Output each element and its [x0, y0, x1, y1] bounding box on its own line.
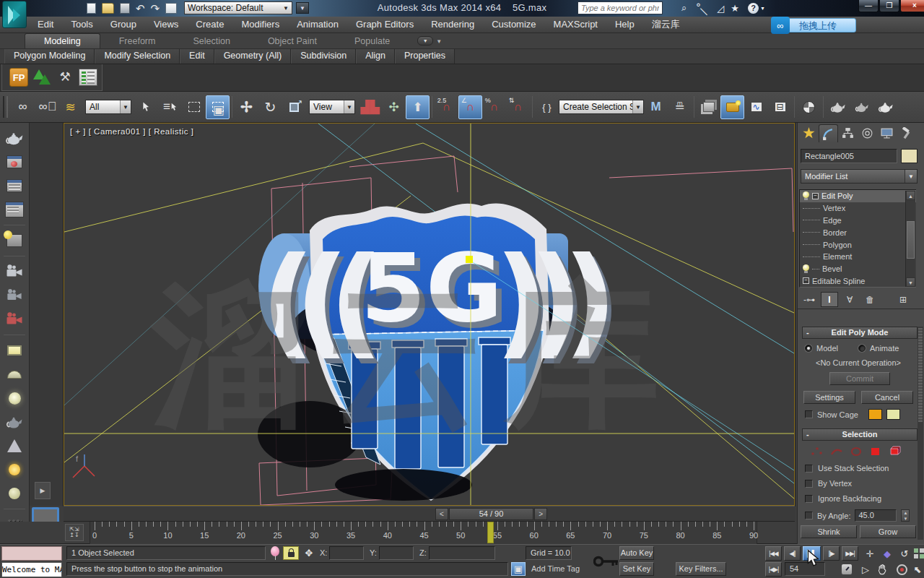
- menu-tools[interactable]: Tools: [62, 17, 101, 33]
- graphite-ribbon-toggle-icon[interactable]: [720, 95, 744, 119]
- spinner-snap-toggle-icon[interactable]: ⇅∩: [506, 95, 530, 119]
- vertex-subobject-icon[interactable]: [811, 446, 824, 457]
- sunlight-icon[interactable]: [4, 459, 25, 480]
- stack-item-border[interactable]: Border: [800, 226, 916, 238]
- motion-tab-icon[interactable]: [858, 124, 877, 142]
- workspace-dropdown[interactable]: Workspace: Default ▼: [184, 1, 292, 14]
- time-slider-handle[interactable]: 54 / 90: [449, 508, 533, 520]
- selection-lock-toggle[interactable]: [283, 546, 299, 560]
- shrink-button[interactable]: Shrink: [801, 525, 857, 538]
- maximize-viewport-toggle-icon[interactable]: [911, 546, 924, 561]
- make-unique-icon[interactable]: ∀: [841, 292, 858, 307]
- collapse-icon[interactable]: −: [803, 277, 809, 284]
- tab-modeling[interactable]: Modeling: [25, 33, 100, 48]
- pin-stack-icon[interactable]: -⊶: [801, 292, 818, 307]
- favorites-star-icon[interactable]: ★: [731, 3, 739, 14]
- by-angle-field[interactable]: 45.0: [855, 509, 897, 522]
- viewport-label[interactable]: [ + ] [ Camera001 ] [ Realistic ]: [70, 127, 194, 136]
- next-frame-icon[interactable]: ||▶: [823, 546, 840, 561]
- tools-plugin-icon[interactable]: ⚒: [56, 68, 74, 87]
- z-coordinate-field[interactable]: [429, 546, 495, 560]
- close-button[interactable]: ×: [900, 0, 924, 12]
- render-teapot-icon[interactable]: [4, 127, 25, 149]
- panel-align[interactable]: Align: [356, 49, 395, 64]
- time-slider[interactable]: < 54 / 90 >: [435, 508, 547, 520]
- previous-frame-icon[interactable]: ◀||: [784, 546, 801, 561]
- environment-dialog-icon[interactable]: [4, 230, 25, 251]
- toolbar-grip[interactable]: [3, 96, 8, 118]
- time-configuration-icon[interactable]: [839, 562, 855, 577]
- search-box[interactable]: [578, 1, 663, 14]
- select-by-name-icon[interactable]: ≡: [158, 95, 182, 119]
- select-and-rotate-icon[interactable]: ↻: [258, 95, 282, 119]
- collapse-icon[interactable]: −: [812, 193, 819, 199]
- zoom-region-icon[interactable]: ✛: [862, 546, 878, 561]
- layer-manager-icon[interactable]: [697, 95, 720, 119]
- remove-modifier-icon[interactable]: 🗑︎: [861, 292, 879, 307]
- dome-light-icon[interactable]: [4, 363, 25, 385]
- current-frame-marker[interactable]: [487, 522, 494, 543]
- snaps-toggle-icon[interactable]: 2.5∩: [435, 95, 458, 119]
- stack-item-element[interactable]: Element: [800, 251, 916, 263]
- cage-color-swatch[interactable]: [868, 409, 882, 420]
- mini-curve-editor-button[interactable]: ⇱⇲↥↧: [65, 524, 84, 541]
- scroll-down-icon[interactable]: ▼: [906, 277, 915, 287]
- panel-geometry-all[interactable]: Geometry (All): [214, 49, 292, 64]
- menu-create[interactable]: Create: [187, 17, 232, 33]
- grow-button[interactable]: Grow: [860, 525, 916, 538]
- edit-named-selection-sets-icon[interactable]: { }: [535, 95, 559, 119]
- auto-key-button[interactable]: Auto Key: [619, 546, 654, 560]
- select-and-move-icon[interactable]: ✢: [235, 95, 258, 119]
- pan-hand-icon[interactable]: [875, 562, 891, 577]
- time-slider-track[interactable]: < 54 / 90 >: [64, 506, 795, 522]
- chevron-down-icon[interactable]: ▼: [436, 38, 442, 45]
- configure-modifier-sets-icon[interactable]: ⊞: [894, 292, 912, 307]
- timeline-ruler[interactable]: 051015202530354045505560657075808590: [90, 522, 757, 544]
- by-vertex-checkbox[interactable]: [805, 480, 813, 488]
- display-tab-icon[interactable]: [877, 124, 897, 142]
- maximize-viewport-icon[interactable]: ⬉: [910, 562, 924, 577]
- render-production-icon[interactable]: [873, 95, 897, 119]
- zoom-extents-icon[interactable]: ▷: [858, 562, 873, 577]
- help-button[interactable]: ? ▼: [748, 1, 770, 14]
- curve-editor-icon[interactable]: ∿: [744, 95, 768, 119]
- modifier-list-dropdown[interactable]: Modifier List ▼: [801, 169, 918, 184]
- rendered-frame-window-icon[interactable]: [850, 95, 873, 119]
- ignore-backfacing-checkbox[interactable]: [805, 495, 813, 503]
- settings-button[interactable]: Settings: [803, 391, 855, 404]
- tab-selection[interactable]: Selection: [174, 34, 248, 48]
- camera-dome-icon[interactable]: [4, 285, 25, 306]
- tab-populate[interactable]: Populate: [336, 34, 409, 48]
- x-coordinate-field[interactable]: [329, 546, 364, 560]
- angle-snap-toggle-icon[interactable]: ∠∩: [458, 95, 482, 119]
- orbit-icon[interactable]: ↺: [897, 546, 912, 561]
- redo-icon[interactable]: ↷: [151, 3, 160, 14]
- by-angle-checkbox[interactable]: [805, 512, 813, 519]
- time-tag-icon[interactable]: ▣: [511, 562, 526, 576]
- scroll-thumb[interactable]: [907, 221, 915, 259]
- wire-teapot-icon[interactable]: [4, 411, 25, 433]
- panel-modify-selection[interactable]: Modify Selection: [95, 49, 180, 64]
- render-setup-icon[interactable]: [826, 95, 850, 119]
- stack-item-polygon[interactable]: Polygon: [800, 238, 916, 251]
- y-coordinate-field[interactable]: [379, 546, 414, 560]
- keyboard-shortcut-override-icon[interactable]: ⬆: [406, 95, 430, 119]
- modifier-enabled-icon[interactable]: [803, 264, 809, 273]
- key-mode-toggle-icon[interactable]: |◀▶|: [765, 562, 782, 577]
- cancel-button[interactable]: Cancel: [861, 391, 913, 404]
- set-key-button[interactable]: Set Key: [619, 562, 654, 576]
- animate-radio[interactable]: [858, 345, 866, 352]
- render-setup-dialog-icon[interactable]: [4, 175, 25, 197]
- material-editor-icon[interactable]: [797, 95, 821, 119]
- percent-snap-toggle-icon[interactable]: %∩: [482, 95, 506, 119]
- tab-object-paint[interactable]: Object Paint: [249, 34, 336, 48]
- create-tab-icon[interactable]: [799, 124, 819, 142]
- stack-item-bevel[interactable]: Bevel: [800, 263, 916, 275]
- project-folder-icon[interactable]: [165, 3, 177, 14]
- field-of-view-icon[interactable]: ◆: [879, 546, 895, 561]
- panel-polygon-modeling[interactable]: Polygon Modeling: [4, 49, 95, 64]
- sphere-light-icon[interactable]: [4, 483, 25, 504]
- rendered-frame-icon[interactable]: [4, 151, 25, 173]
- absolute-offset-toggle[interactable]: ✥: [301, 546, 317, 560]
- orbit-subobject-icon[interactable]: [894, 562, 910, 577]
